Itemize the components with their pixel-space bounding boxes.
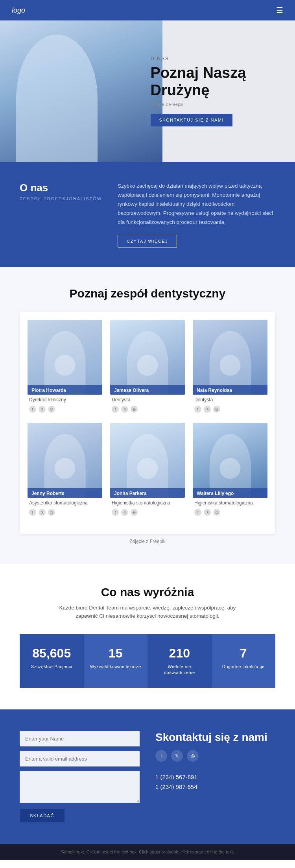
twitter-icon[interactable]: 𝕏 — [204, 406, 211, 413]
stat-number: 210 — [169, 646, 190, 661]
hero-photo-credit: Zdjęcie z Freepik — [151, 102, 284, 107]
member-name: Piotra Howarda — [28, 385, 102, 395]
contact-section: SKŁADAĆ Skontaktuj się z nami f𝕏◎ 1 (234… — [0, 709, 295, 844]
read-more-button[interactable]: CZYTAJ WIĘCEJ — [118, 235, 177, 247]
stat-number: 15 — [109, 646, 123, 661]
twitter-icon[interactable]: 𝕏 — [121, 509, 128, 516]
member-info: Asystentka stomatologiczna f 𝕏 ◎ — [28, 498, 102, 518]
instagram-icon[interactable]: ◎ — [213, 406, 220, 413]
member-info: Higienistka stomatologiczna f 𝕏 ◎ — [193, 498, 267, 518]
facebook-icon[interactable]: f — [29, 406, 36, 413]
member-socials: f 𝕏 ◎ — [194, 406, 266, 413]
member-name: Jonha Parkera — [110, 488, 185, 498]
instagram-icon[interactable]: ◎ — [131, 406, 138, 413]
message-textarea[interactable] — [20, 771, 140, 803]
member-name: Waltera Lilly'ego — [193, 488, 267, 498]
member-role: Dyrektor kliniczny — [29, 397, 101, 403]
instagram-icon[interactable]: ◎ — [213, 509, 220, 516]
member-info: Higienistka stomatologiczna f 𝕏 ◎ — [110, 498, 185, 518]
contact-form: SKŁADAĆ — [20, 731, 140, 822]
hero-content: O NAS Poznaj Naszą Drużynę Zdjęcie z Fre… — [151, 56, 284, 126]
contact-socials: f𝕏◎ — [155, 750, 275, 762]
stat-label: Dogodne lokalizacje — [222, 664, 265, 670]
instagram-icon[interactable]: ◎ — [48, 406, 55, 413]
instagram-icon[interactable]: ◎ — [48, 509, 55, 516]
about-title: O nas — [20, 182, 102, 194]
team-member: Piotra Howarda Dyrektor kliniczny f 𝕏 ◎ — [28, 320, 102, 415]
menu-icon[interactable]: ☰ — [276, 6, 283, 15]
twitter-icon[interactable]: 𝕏 — [39, 406, 46, 413]
twitter-icon[interactable]: 𝕏 — [171, 750, 183, 762]
contact-phones: 1 (234) 567-8911 (234) 987-654 — [155, 774, 275, 790]
about-subtitle: ZESPÓŁ PROFESJONALISTÓW — [20, 196, 102, 201]
facebook-icon[interactable]: f — [155, 750, 167, 762]
member-role: Asystentka stomatologiczna — [29, 500, 101, 506]
stat-box: 7 Dogodne lokalizacje — [212, 634, 276, 688]
contact-right: Skontaktuj się z nami f𝕏◎ 1 (234) 567-89… — [155, 731, 275, 793]
team-member: Jenny Roberts Asystentka stomatologiczna… — [28, 423, 102, 518]
team-member: Jamesa Olivera Dentysta f 𝕏 ◎ — [110, 320, 185, 415]
hero-overline: O NAS — [151, 56, 284, 61]
stat-number: 7 — [240, 646, 247, 661]
member-socials: f 𝕏 ◎ — [29, 509, 101, 516]
hero-doctors-photo — [0, 20, 162, 162]
member-photo: Piotra Howarda — [28, 320, 102, 395]
member-role: Higienistka stomatologiczna — [112, 500, 183, 506]
hero-title: Poznaj Naszą Drużynę — [151, 65, 284, 99]
member-role: Dentysta — [112, 397, 183, 403]
member-photo: Jenny Roberts — [28, 423, 102, 498]
instagram-icon[interactable]: ◎ — [187, 750, 199, 762]
member-name: Jenny Roberts — [28, 488, 102, 498]
about-text: Szybko zachęcaj do działań mających wpły… — [118, 182, 275, 227]
stat-box: 210 Wieloletnie doświadczenie — [148, 634, 212, 688]
member-photo: Jamesa Olivera — [110, 320, 185, 395]
member-socials: f 𝕏 ◎ — [112, 509, 183, 516]
about-left: O nas ZESPÓŁ PROFESJONALISTÓW — [20, 182, 102, 201]
navbar: logo ☰ — [0, 0, 295, 20]
facebook-icon[interactable]: f — [29, 509, 36, 516]
team-grid: Piotra Howarda Dyrektor kliniczny f 𝕏 ◎ … — [28, 320, 267, 415]
submit-button[interactable]: SKŁADAĆ — [20, 809, 65, 822]
stat-number: 85,605 — [32, 646, 71, 661]
instagram-icon[interactable]: ◎ — [131, 509, 138, 516]
stats-subtitle: Każde biuro Dental Team ma wsparcie, wie… — [49, 604, 246, 621]
team-title: Poznaj zespół dentystyczny — [20, 287, 275, 300]
twitter-icon[interactable]: 𝕏 — [121, 406, 128, 413]
team-member: Nata Reynoldsa Dentysta f 𝕏 ◎ — [193, 320, 267, 415]
facebook-icon[interactable]: f — [194, 406, 201, 413]
facebook-icon[interactable]: f — [194, 509, 201, 516]
contact-title: Skontaktuj się z nami — [155, 731, 275, 744]
member-name: Nata Reynoldsa — [193, 385, 267, 395]
stats-section: Co nas wyróżnia Każde biuro Dental Team … — [0, 564, 295, 709]
twitter-icon[interactable]: 𝕏 — [39, 509, 46, 516]
member-name: Jamesa Olivera — [110, 385, 185, 395]
team-member: Jonha Parkera Higienistka stomatologiczn… — [110, 423, 185, 518]
facebook-icon[interactable]: f — [112, 509, 119, 516]
twitter-icon[interactable]: 𝕏 — [204, 509, 211, 516]
stats-title: Co nas wyróżnia — [20, 585, 275, 599]
name-input[interactable] — [20, 731, 140, 746]
contact-phone: 1 (234) 987-654 — [155, 783, 275, 790]
facebook-icon[interactable]: f — [112, 406, 119, 413]
hero-image — [0, 20, 162, 162]
member-socials: f 𝕏 ◎ — [194, 509, 266, 516]
member-photo: Nata Reynoldsa — [193, 320, 267, 395]
about-section: O nas ZESPÓŁ PROFESJONALISTÓW Szybko zac… — [0, 162, 295, 267]
team-card-container: Piotra Howarda Dyrektor kliniczny f 𝕏 ◎ … — [20, 312, 275, 534]
team-grid-bottom: Jenny Roberts Asystentka stomatologiczna… — [28, 423, 267, 518]
member-socials: f 𝕏 ◎ — [112, 406, 183, 413]
member-photo: Waltera Lilly'ego — [193, 423, 267, 498]
team-section: Poznaj zespół dentystyczny Piotra Howard… — [0, 267, 295, 564]
member-info: Dentysta f 𝕏 ◎ — [110, 395, 185, 415]
stats-grid: 85,605 Szczęśliwi Pacjenci 15 Wykwalifik… — [20, 634, 275, 688]
member-photo: Jonha Parkera — [110, 423, 185, 498]
logo: logo — [12, 6, 25, 15]
member-info: Dyrektor kliniczny f 𝕏 ◎ — [28, 395, 102, 415]
email-input[interactable] — [20, 751, 140, 766]
stat-box: 15 Wykwalifikowani lekarze — [84, 634, 148, 688]
hero-cta-button[interactable]: SKONTAKTUJ SIĘ Z NAMI — [151, 114, 233, 127]
footer-text: Sample text. Click to select the text bo… — [12, 849, 283, 856]
stat-label: Wykwalifikowani lekarze — [90, 664, 141, 670]
member-socials: f 𝕏 ◎ — [29, 406, 101, 413]
footer: Sample text. Click to select the text bo… — [0, 844, 295, 861]
